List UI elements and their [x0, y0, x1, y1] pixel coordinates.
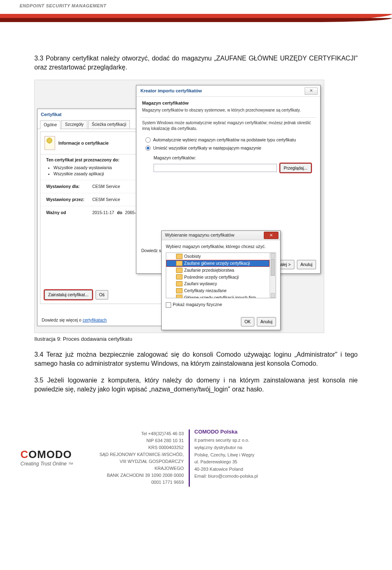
tree-item: Główne urzędy certyfikacji innych firm — [166, 294, 270, 299]
radio-auto-row[interactable]: Automatycznie wybierz magazyn certyfikat… — [136, 136, 320, 144]
footer-bank: BANK ZACHODNI 39 1090 2008 0000 0001 177… — [98, 472, 184, 486]
footer-r1: it partners security sp.z o.o. — [194, 437, 296, 444]
footer-dept: VIII WYDZIAŁ GOSPODARCZY KRAJOWEGO — [98, 458, 184, 472]
valid-to-label: do — [116, 210, 124, 216]
header-esm-text: ENDPOINT SECURITY MANAGEMENT — [20, 3, 106, 8]
header-bar: ENDPOINT SECURITY MANAGEMENT — [0, 0, 392, 15]
footer-court: SĄD REJONOWY KATOWICE-WSCHÓD, — [98, 451, 184, 458]
paragraph-3-3: 3.3 Pobrany certyfikat należy otworzyć, … — [34, 54, 358, 72]
show-physical-label[interactable]: Pokaż magazyny fizyczne — [166, 302, 222, 308]
tab-path[interactable]: Ścieżka certyfikacji — [88, 120, 130, 129]
select-titlebar: Wybieranie magazynu certyfikatów ✕ — [162, 231, 280, 240]
logo-c-letter: C — [20, 448, 29, 460]
select-desc: Wybierz magazyn certyfikatów, którego ch… — [162, 240, 280, 253]
store-label: Magazyn certyfikatów: — [136, 152, 320, 161]
folder-icon — [176, 254, 183, 259]
paragraph-3-4: 3.4 Teraz już można bezpiecznie zalogowa… — [34, 350, 358, 369]
issued-by-label: Wystawiony przez: — [46, 197, 91, 203]
ok-button[interactable]: OK — [241, 317, 254, 326]
radio-auto[interactable] — [145, 137, 151, 143]
checkbox-icon[interactable] — [166, 302, 171, 308]
figure-caption: Ilustracja 9: Proces dodawania certyfika… — [34, 335, 324, 343]
issued-by-value: CESM Service — [92, 197, 120, 202]
footer-left-block: Tel +48(32)745 46 03 NIP 634 280 10 31 K… — [98, 430, 184, 486]
radio-place-row[interactable]: Umieść wszystkie certyfikaty w następują… — [136, 144, 320, 152]
footer-r3: Polskę, Czechy, Litwę i Węgry — [194, 452, 296, 459]
radio-place[interactable] — [145, 145, 151, 151]
footer-krs: KRS 0000403252 — [98, 444, 184, 451]
footer-r4: ul. Paderewskiego 35 — [194, 458, 296, 466]
certificate-icon — [45, 136, 55, 150]
radio-auto-label: Automatycznie wybierz magazyn certyfikat… — [153, 137, 296, 143]
footer-r5: 40-283 Katowice Poland — [194, 466, 296, 473]
logo-rest: OMODO — [29, 448, 72, 460]
issued-to-label: Wystawiony dla: — [46, 183, 91, 190]
tree-item: Certyfikaty niezaufane — [166, 287, 270, 294]
footer-tel: Tel +48(32)745 46 03 — [98, 430, 184, 437]
folder-icon — [176, 295, 183, 298]
footer-r6: Email: biuro@comodo-polska.pl — [194, 473, 296, 480]
tree-item: Pośrednie urzędy certyfikacji — [166, 274, 270, 281]
select-store-dialog: Wybieranie magazynu certyfikatów ✕ Wybie… — [161, 230, 281, 330]
red-curve — [0, 14, 392, 25]
tree-item: Osobisty — [166, 253, 270, 260]
page-footer: COMODO Creating Trust OnlineTM Tel +48(3… — [0, 419, 392, 492]
wizard-desc2: System Windows może automatycznie wybrać… — [136, 120, 320, 136]
select-buttons: OK Anuluj — [241, 317, 276, 326]
tab-general[interactable]: Ogólne — [40, 121, 60, 129]
cert-install-row: Zainstaluj certyfikat... Oś — [45, 290, 174, 300]
close-icon[interactable]: ✕ — [305, 87, 318, 95]
cancel-button[interactable]: Anuluj — [257, 317, 276, 326]
cert-learn-link[interactable]: certyfikatach — [82, 317, 107, 322]
logo-tagline: Creating Trust OnlineTM — [20, 461, 73, 467]
paragraph-3-5: 3.5 Jeżeli logowanie z komputera, który … — [34, 376, 358, 394]
issued-to-value: CESM Service — [92, 184, 120, 189]
footer-r2: wyłączny dystrybutor na — [194, 444, 296, 452]
footer-brand: COMODO Polska — [194, 428, 296, 436]
select-bottom: Pokaż magazyny fizyczne — [162, 298, 280, 308]
figure-9: Certyfikat Ogólne Szczegóły Ścieżka cert… — [34, 80, 324, 343]
cancel-button[interactable]: Anuluj — [297, 260, 316, 269]
radio-place-label: Umieść wszystkie certyfikaty w następują… — [153, 145, 261, 151]
page-header: ENDPOINT SECURITY MANAGEMENT — [0, 0, 392, 29]
cert-info-head-text: Informacje o certyfikacie — [58, 140, 109, 146]
wizard-title: Kreator importu certyfikatów — [136, 85, 320, 97]
cert-other-button[interactable]: Oś — [96, 290, 108, 300]
tree-item: Zaufani wydawcy — [166, 280, 270, 287]
install-certificate-button[interactable]: Zainstaluj certyfikat... — [45, 290, 92, 300]
wizard-heading: Magazyn certyfikatów — [136, 97, 320, 107]
folder-icon — [176, 261, 183, 266]
logo-text: COMODO — [20, 448, 73, 461]
folder-icon — [176, 288, 183, 293]
store-row: Przeglądaj... — [136, 161, 320, 173]
body-content: 3.3 Pobrany certyfikat należy otworzyć, … — [0, 54, 392, 394]
cert-learn-more: Dowiedz się więcej o certyfikatach — [42, 317, 107, 323]
wizard-desc: Magazyny certyfikatów to obszary systemo… — [136, 107, 320, 117]
store-input[interactable] — [154, 164, 277, 172]
tree-item: Zaufanie przedsiębiorstwa — [166, 267, 270, 274]
browse-button[interactable]: Przeglądaj... — [280, 163, 311, 173]
folder-icon — [176, 274, 183, 279]
close-icon[interactable]: ✕ — [264, 232, 278, 239]
store-tree[interactable]: Osobisty Zaufane główne urzędy certyfika… — [166, 253, 276, 298]
footer-nip: NIP 634 280 10 31 — [98, 437, 184, 444]
tree-scrollbar[interactable] — [270, 253, 276, 298]
tree-item-selected: Zaufane główne urzędy certyfikacji — [166, 260, 270, 267]
figure-canvas: Certyfikat Ogólne Szczegóły Ścieżka cert… — [34, 80, 324, 333]
footer-separator — [189, 429, 190, 487]
select-title: Wybieranie magazynu certyfikatów — [165, 232, 234, 238]
folder-icon — [176, 281, 183, 286]
comodo-logo: COMODO Creating Trust OnlineTM — [20, 448, 73, 467]
valid-label: Ważny od — [46, 210, 91, 216]
footer-right-block: COMODO Polska it partners security sp.z … — [194, 428, 296, 480]
cert-learn-prefix: Dowiedz się więcej o — [42, 317, 82, 322]
folder-icon — [176, 268, 183, 273]
valid-from: 2015-11-17 — [92, 210, 114, 215]
tab-details[interactable]: Szczegóły — [61, 120, 87, 129]
